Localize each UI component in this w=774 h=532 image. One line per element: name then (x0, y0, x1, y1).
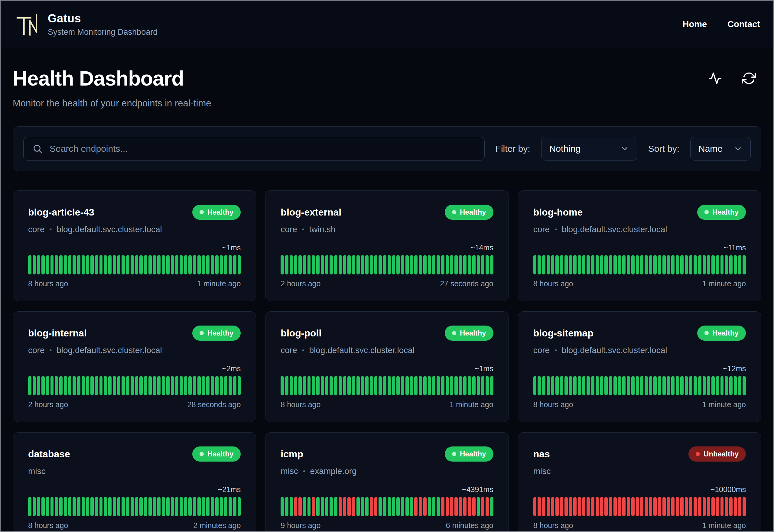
uptime-bar[interactable] (662, 497, 666, 516)
uptime-bar[interactable] (90, 255, 94, 274)
uptime-bar[interactable] (347, 255, 351, 274)
refresh-icon[interactable] (742, 71, 756, 85)
uptime-bar[interactable] (631, 255, 635, 274)
uptime-bar[interactable] (432, 376, 435, 395)
uptime-bar[interactable] (104, 376, 107, 395)
uptime-bar[interactable] (180, 255, 183, 274)
uptime-bar[interactable] (126, 497, 129, 516)
endpoint-card[interactable]: blog-internal Healthy core • blog.defaul… (13, 311, 256, 422)
uptime-bar[interactable] (694, 255, 697, 274)
uptime-bar[interactable] (428, 376, 431, 395)
uptime-bar[interactable] (312, 376, 315, 395)
uptime-bar[interactable] (144, 255, 147, 274)
uptime-bar[interactable] (676, 497, 679, 516)
uptime-bar[interactable] (294, 497, 298, 516)
uptime-bar[interactable] (662, 376, 666, 395)
uptime-bar[interactable] (356, 255, 360, 274)
uptime-bar[interactable] (720, 255, 724, 274)
uptime-bar[interactable] (113, 497, 116, 516)
endpoint-card[interactable]: database Healthy misc ~21ms 8 hours ago … (13, 432, 256, 532)
uptime-bar[interactable] (334, 497, 337, 516)
uptime-bar[interactable] (437, 255, 440, 274)
uptime-bar[interactable] (126, 376, 129, 395)
uptime-bar[interactable] (330, 376, 333, 395)
uptime-bar[interactable] (658, 376, 661, 395)
uptime-bar[interactable] (285, 376, 288, 395)
uptime-bar[interactable] (50, 497, 54, 516)
uptime-bar[interactable] (640, 497, 643, 516)
uptime-bar[interactable] (689, 255, 692, 274)
uptime-bar[interactable] (419, 255, 422, 274)
uptime-bar[interactable] (339, 255, 342, 274)
uptime-bar[interactable] (193, 255, 196, 274)
uptime-bar[interactable] (392, 497, 395, 516)
uptime-bar[interactable] (609, 376, 612, 395)
uptime-bar[interactable] (117, 255, 121, 274)
uptime-bar[interactable] (374, 255, 378, 274)
uptime-bar[interactable] (343, 376, 346, 395)
uptime-bar[interactable] (600, 255, 603, 274)
uptime-bar[interactable] (99, 255, 103, 274)
uptime-bar[interactable] (193, 376, 196, 395)
uptime-bar[interactable] (573, 497, 577, 516)
uptime-bar[interactable] (312, 255, 315, 274)
uptime-bar[interactable] (486, 255, 489, 274)
uptime-bar[interactable] (459, 376, 462, 395)
uptime-bar[interactable] (645, 497, 648, 516)
uptime-bar[interactable] (188, 255, 192, 274)
uptime-bar[interactable] (334, 255, 337, 274)
uptime-bar[interactable] (339, 497, 342, 516)
uptime-bar[interactable] (711, 497, 715, 516)
uptime-bar[interactable] (640, 376, 643, 395)
uptime-bar[interactable] (716, 497, 719, 516)
uptime-bar[interactable] (564, 497, 568, 516)
uptime-bar[interactable] (229, 255, 232, 274)
uptime-bar[interactable] (446, 497, 449, 516)
uptime-bar[interactable] (481, 255, 484, 274)
uptime-bar[interactable] (215, 376, 219, 395)
uptime-bar[interactable] (90, 497, 94, 516)
uptime-bar[interactable] (743, 376, 746, 395)
uptime-bar[interactable] (59, 255, 63, 274)
uptime-bar[interactable] (533, 497, 537, 516)
uptime-bar[interactable] (698, 255, 701, 274)
uptime-bar[interactable] (533, 255, 537, 274)
uptime-bar[interactable] (649, 497, 652, 516)
uptime-bar[interactable] (148, 255, 152, 274)
uptime-bar[interactable] (542, 497, 545, 516)
uptime-bar[interactable] (405, 376, 409, 395)
uptime-bar[interactable] (490, 255, 493, 274)
uptime-bar[interactable] (370, 376, 373, 395)
uptime-bar[interactable] (609, 255, 612, 274)
uptime-bar[interactable] (578, 376, 581, 395)
uptime-bar[interactable] (631, 497, 635, 516)
uptime-bar[interactable] (463, 255, 467, 274)
uptime-bar[interactable] (716, 376, 719, 395)
uptime-bar[interactable] (64, 376, 67, 395)
uptime-bar[interactable] (148, 376, 152, 395)
endpoint-card[interactable]: nas Unhealthy misc ~10000ms 8 hours ago … (518, 432, 761, 532)
uptime-bar[interactable] (321, 497, 324, 516)
uptime-bar[interactable] (224, 255, 227, 274)
uptime-bar[interactable] (555, 376, 559, 395)
uptime-bar[interactable] (238, 497, 241, 516)
uptime-bar[interactable] (680, 497, 684, 516)
uptime-bar[interactable] (720, 376, 724, 395)
uptime-bar[interactable] (122, 255, 125, 274)
uptime-bar[interactable] (233, 255, 236, 274)
uptime-bar[interactable] (680, 376, 684, 395)
uptime-bar[interactable] (343, 497, 346, 516)
uptime-bar[interactable] (202, 497, 205, 516)
uptime-bar[interactable] (281, 497, 284, 516)
uptime-bar[interactable] (41, 497, 45, 516)
uptime-bar[interactable] (410, 497, 413, 516)
uptime-bar[interactable] (587, 497, 590, 516)
uptime-bar[interactable] (95, 497, 98, 516)
uptime-bar[interactable] (68, 497, 72, 516)
uptime-bar[interactable] (419, 376, 422, 395)
uptime-bar[interactable] (361, 497, 364, 516)
uptime-bar[interactable] (122, 376, 125, 395)
uptime-bar[interactable] (215, 255, 219, 274)
uptime-bar[interactable] (725, 376, 728, 395)
uptime-bar[interactable] (481, 376, 484, 395)
